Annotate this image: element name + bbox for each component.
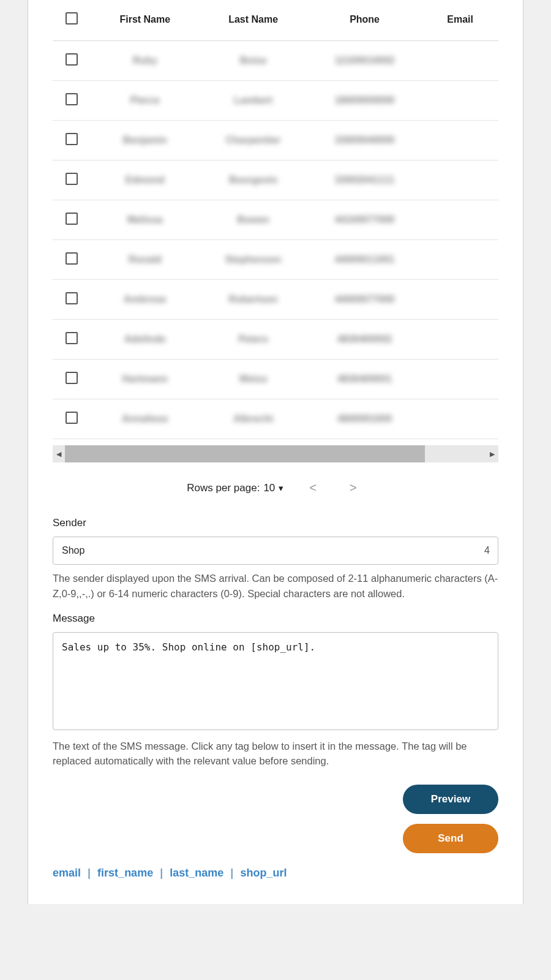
cell-email bbox=[422, 280, 498, 320]
action-buttons: Preview Send bbox=[28, 769, 523, 853]
cell-first-name: Melissa bbox=[91, 200, 199, 240]
table-body: RubyBoise12100010002PierceLambert1800000… bbox=[53, 41, 498, 439]
message-textarea[interactable]: Sales up to 35%. Shop online on [shop_ur… bbox=[53, 632, 498, 730]
row-checkbox-cell bbox=[53, 280, 91, 320]
message-label: Message bbox=[53, 612, 498, 625]
sender-hint: The sender displayed upon the SMS arriva… bbox=[53, 571, 498, 601]
sender-label: Sender bbox=[53, 517, 498, 529]
row-checkbox[interactable] bbox=[66, 292, 78, 304]
row-checkbox-cell bbox=[53, 81, 91, 121]
cell-first-name: Edmond bbox=[91, 160, 199, 200]
row-checkbox-cell bbox=[53, 320, 91, 360]
row-checkbox[interactable] bbox=[66, 133, 78, 145]
scroll-right-icon[interactable]: ▶ bbox=[486, 445, 498, 462]
scroll-thumb[interactable] bbox=[65, 445, 425, 462]
cell-first-name: Pierce bbox=[91, 81, 199, 121]
table-row: MelissaBowen44100077000 bbox=[53, 200, 498, 240]
tag-email[interactable]: email bbox=[53, 867, 81, 879]
rows-per-page-select[interactable]: Rows per page: 10 ▾ bbox=[187, 482, 283, 494]
table-row: HartmannWeiss4830400001 bbox=[53, 360, 498, 399]
tag-last-name[interactable]: last_name bbox=[170, 867, 223, 879]
row-checkbox[interactable] bbox=[66, 173, 78, 185]
chevron-down-icon: ▾ bbox=[279, 483, 283, 494]
table-row: PierceLambert18000000000 bbox=[53, 81, 498, 121]
cell-email bbox=[422, 360, 498, 399]
previous-page-button[interactable]: < bbox=[302, 481, 324, 495]
table-row: RubyBoise12100010002 bbox=[53, 41, 498, 81]
tag-first-name[interactable]: first_name bbox=[97, 867, 153, 879]
cell-last-name: Stephenson bbox=[199, 240, 307, 280]
rows-per-page-label: Rows per page: bbox=[187, 482, 260, 494]
header-checkbox-cell bbox=[53, 0, 91, 41]
cell-last-name: Charpentier bbox=[199, 121, 307, 160]
cell-last-name: Peters bbox=[199, 320, 307, 360]
table-row: RonaldStephenson44000011001 bbox=[53, 240, 498, 280]
row-checkbox[interactable] bbox=[66, 252, 78, 265]
select-all-checkbox[interactable] bbox=[66, 12, 78, 24]
cell-email bbox=[422, 240, 498, 280]
rows-per-page-value: 10 bbox=[263, 482, 275, 494]
horizontal-scrollbar[interactable]: ◀ ▶ bbox=[53, 445, 498, 462]
cell-email bbox=[422, 399, 498, 439]
row-checkbox[interactable] bbox=[66, 332, 78, 344]
contacts-table-wrap: First Name Last Name Phone Email RubyBoi… bbox=[28, 0, 523, 439]
cell-last-name: Bowen bbox=[199, 200, 307, 240]
cell-phone: 4830400002 bbox=[307, 320, 422, 360]
header-email[interactable]: Email bbox=[422, 0, 498, 41]
scroll-left-icon[interactable]: ◀ bbox=[53, 445, 65, 462]
cell-first-name: Ronald bbox=[91, 240, 199, 280]
row-checkbox[interactable] bbox=[66, 412, 78, 424]
cell-phone: 44100077000 bbox=[307, 200, 422, 240]
row-checkbox-cell bbox=[53, 360, 91, 399]
cell-last-name: Bourgeois bbox=[199, 160, 307, 200]
sender-input-wrap: 4 bbox=[53, 537, 498, 565]
cell-first-name: Hartmann bbox=[91, 360, 199, 399]
message-hint: The text of the SMS message. Click any t… bbox=[53, 739, 498, 769]
row-checkbox[interactable] bbox=[66, 93, 78, 105]
cell-last-name: Boise bbox=[199, 41, 307, 81]
row-checkbox-cell bbox=[53, 41, 91, 81]
preview-button[interactable]: Preview bbox=[403, 785, 498, 814]
table-row: AnnalieseAlbrecht4800001000 bbox=[53, 399, 498, 439]
header-first-name[interactable]: First Name bbox=[91, 0, 199, 41]
send-button[interactable]: Send bbox=[403, 824, 498, 853]
table-header-row: First Name Last Name Phone Email bbox=[53, 0, 498, 41]
page-container: First Name Last Name Phone Email RubyBoi… bbox=[28, 0, 523, 904]
cell-phone: 33000040000 bbox=[307, 121, 422, 160]
row-checkbox-cell bbox=[53, 160, 91, 200]
next-page-button[interactable]: > bbox=[342, 481, 364, 495]
cell-email bbox=[422, 160, 498, 200]
cell-phone: 44000077000 bbox=[307, 280, 422, 320]
row-checkbox[interactable] bbox=[66, 372, 78, 384]
cell-last-name: Albrecht bbox=[199, 399, 307, 439]
row-checkbox[interactable] bbox=[66, 213, 78, 225]
cell-email bbox=[422, 121, 498, 160]
tag-separator: | bbox=[84, 867, 94, 879]
cell-phone: 12100010002 bbox=[307, 41, 422, 81]
row-checkbox[interactable] bbox=[66, 53, 78, 66]
cell-phone: 18000000000 bbox=[307, 81, 422, 121]
row-checkbox-cell bbox=[53, 240, 91, 280]
tag-separator: | bbox=[227, 867, 237, 879]
cell-email bbox=[422, 81, 498, 121]
cell-first-name: Benjamin bbox=[91, 121, 199, 160]
cell-last-name: Lambert bbox=[199, 81, 307, 121]
sender-input[interactable] bbox=[53, 537, 498, 565]
row-checkbox-cell bbox=[53, 399, 91, 439]
row-checkbox-cell bbox=[53, 200, 91, 240]
header-last-name[interactable]: Last Name bbox=[199, 0, 307, 41]
sender-section: Sender 4 The sender displayed upon the S… bbox=[28, 517, 523, 601]
cell-email bbox=[422, 41, 498, 81]
cell-last-name: Weiss bbox=[199, 360, 307, 399]
tag-shop-url[interactable]: shop_url bbox=[240, 867, 287, 879]
message-section: Message Sales up to 35%. Shop online on … bbox=[28, 612, 523, 769]
cell-first-name: Adelinde bbox=[91, 320, 199, 360]
row-checkbox-cell bbox=[53, 121, 91, 160]
header-phone[interactable]: Phone bbox=[307, 0, 422, 41]
cell-email bbox=[422, 320, 498, 360]
cell-first-name: Annaliese bbox=[91, 399, 199, 439]
tag-separator: | bbox=[156, 867, 167, 879]
cell-first-name: Ambrose bbox=[91, 280, 199, 320]
table-row: AmbroseRobertson44000077000 bbox=[53, 280, 498, 320]
cell-phone: 4800001000 bbox=[307, 399, 422, 439]
